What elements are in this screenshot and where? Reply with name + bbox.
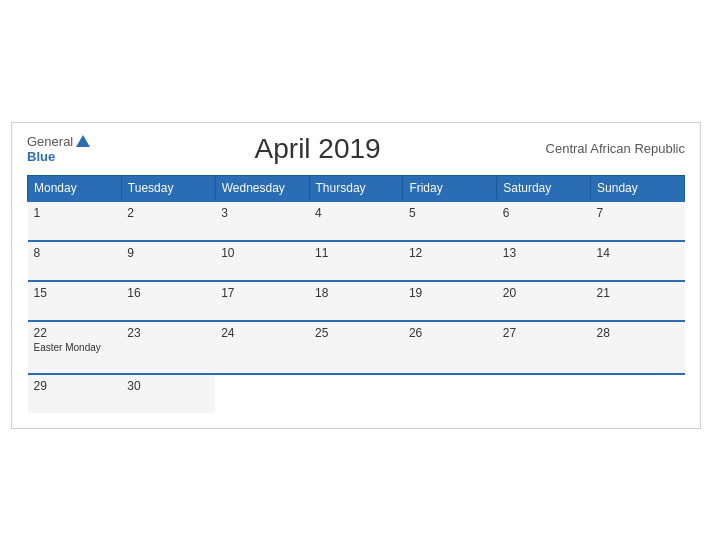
- header-sunday: Sunday: [591, 175, 685, 201]
- day-number: 19: [409, 286, 491, 300]
- day-cell: [403, 374, 497, 413]
- day-number: 22: [34, 326, 116, 340]
- day-cell: 9: [121, 241, 215, 281]
- day-cell: 15: [28, 281, 122, 321]
- day-cell: 21: [591, 281, 685, 321]
- logo-blue-text: Blue: [27, 149, 55, 164]
- day-cell: 13: [497, 241, 591, 281]
- day-number: 5: [409, 206, 491, 220]
- day-number: 23: [127, 326, 209, 340]
- holiday-label: Easter Monday: [34, 342, 116, 353]
- day-cell: 2: [121, 201, 215, 241]
- day-cell: 14: [591, 241, 685, 281]
- day-number: 10: [221, 246, 303, 260]
- week-row-1: 1234567: [28, 201, 685, 241]
- day-number: 15: [34, 286, 116, 300]
- day-cell: 27: [497, 321, 591, 374]
- day-cell: 11: [309, 241, 403, 281]
- day-number: 12: [409, 246, 491, 260]
- day-number: 28: [597, 326, 679, 340]
- day-cell: 1: [28, 201, 122, 241]
- day-cell: 24: [215, 321, 309, 374]
- day-cell: 20: [497, 281, 591, 321]
- day-cell: [497, 374, 591, 413]
- header-thursday: Thursday: [309, 175, 403, 201]
- day-cell: 5: [403, 201, 497, 241]
- calendar-container: General Blue April 2019 Central African …: [11, 122, 701, 429]
- day-number: 25: [315, 326, 397, 340]
- day-cell: 16: [121, 281, 215, 321]
- day-number: 7: [597, 206, 679, 220]
- day-number: 3: [221, 206, 303, 220]
- day-number: 29: [34, 379, 116, 393]
- day-number: 20: [503, 286, 585, 300]
- calendar-country: Central African Republic: [545, 141, 685, 156]
- day-cell: 30: [121, 374, 215, 413]
- day-number: 16: [127, 286, 209, 300]
- day-number: 24: [221, 326, 303, 340]
- day-number: 6: [503, 206, 585, 220]
- day-number: 21: [597, 286, 679, 300]
- day-number: 11: [315, 246, 397, 260]
- day-cell: 6: [497, 201, 591, 241]
- day-number: 17: [221, 286, 303, 300]
- day-number: 13: [503, 246, 585, 260]
- week-row-4: 22Easter Monday232425262728: [28, 321, 685, 374]
- day-cell: 12: [403, 241, 497, 281]
- header-friday: Friday: [403, 175, 497, 201]
- header-wednesday: Wednesday: [215, 175, 309, 201]
- day-cell: 23: [121, 321, 215, 374]
- day-cell: 8: [28, 241, 122, 281]
- day-number: 2: [127, 206, 209, 220]
- day-cell: [215, 374, 309, 413]
- day-number: 14: [597, 246, 679, 260]
- calendar-title: April 2019: [90, 133, 545, 165]
- day-number: 26: [409, 326, 491, 340]
- week-row-3: 15161718192021: [28, 281, 685, 321]
- day-cell: 19: [403, 281, 497, 321]
- day-cell: 7: [591, 201, 685, 241]
- day-cell: 17: [215, 281, 309, 321]
- day-cell: 25: [309, 321, 403, 374]
- logo-triangle-icon: [76, 135, 90, 147]
- calendar-grid: Monday Tuesday Wednesday Thursday Friday…: [27, 175, 685, 413]
- day-number: 4: [315, 206, 397, 220]
- day-number: 8: [34, 246, 116, 260]
- day-cell: 28: [591, 321, 685, 374]
- day-cell: 26: [403, 321, 497, 374]
- day-number: 1: [34, 206, 116, 220]
- day-cell: [309, 374, 403, 413]
- week-row-5: 2930: [28, 374, 685, 413]
- week-row-2: 891011121314: [28, 241, 685, 281]
- day-number: 27: [503, 326, 585, 340]
- logo-general-text: General: [27, 134, 73, 149]
- weekday-header-row: Monday Tuesday Wednesday Thursday Friday…: [28, 175, 685, 201]
- day-number: 9: [127, 246, 209, 260]
- day-cell: 22Easter Monday: [28, 321, 122, 374]
- day-number: 18: [315, 286, 397, 300]
- day-cell: 18: [309, 281, 403, 321]
- header-monday: Monday: [28, 175, 122, 201]
- day-cell: 10: [215, 241, 309, 281]
- logo: General Blue: [27, 134, 90, 164]
- header-tuesday: Tuesday: [121, 175, 215, 201]
- day-cell: 4: [309, 201, 403, 241]
- day-number: 30: [127, 379, 209, 393]
- day-cell: 3: [215, 201, 309, 241]
- calendar-header: General Blue April 2019 Central African …: [27, 133, 685, 165]
- day-cell: 29: [28, 374, 122, 413]
- header-saturday: Saturday: [497, 175, 591, 201]
- day-cell: [591, 374, 685, 413]
